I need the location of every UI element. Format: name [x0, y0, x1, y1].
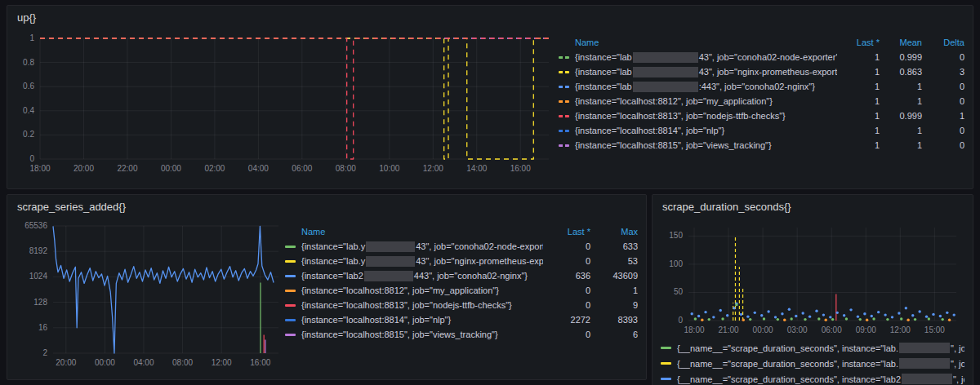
legend-row[interactable]: {instance="localhost:8812", job="my_appl… — [285, 283, 638, 298]
svg-text:8192: 8192 — [29, 246, 48, 255]
panel-scrape-duration-seconds-title[interactable]: scrape_duration_seconds{} — [662, 200, 964, 215]
legend-value: 0 — [543, 285, 590, 295]
panel-up-title[interactable]: up{} — [17, 11, 964, 25]
svg-text:09:00: 09:00 — [856, 325, 876, 334]
svg-text:16:00: 16:00 — [510, 164, 531, 173]
svg-text:100: 100 — [669, 259, 683, 268]
svg-text:128: 128 — [33, 298, 47, 307]
scrape-series-added-chart[interactable]: 655368192102412816220:0000:0004:0008:001… — [16, 216, 285, 371]
legend-value: 2272 — [543, 315, 590, 325]
svg-text:12:00: 12:00 — [890, 325, 911, 334]
panel-scrape-series-added-title[interactable]: scrape_series_added{} — [17, 200, 638, 215]
legend-value: 0 — [543, 256, 590, 266]
legend-column-mean[interactable]: Mean — [880, 38, 922, 47]
legend-value: 0 — [922, 126, 964, 135]
svg-text:02:00: 02:00 — [204, 164, 225, 173]
panel-scrape-series-added: scrape_series_added{} 655368192102412816… — [7, 194, 647, 380]
svg-text:12:00: 12:00 — [212, 358, 232, 367]
svg-text:21:00: 21:00 — [719, 325, 739, 334]
legend-value: 53 — [590, 256, 638, 266]
series-label: {instance="localhost:8813", job="nodejs-… — [285, 300, 543, 310]
svg-text:04:00: 04:00 — [248, 164, 269, 173]
legend-row[interactable]: {__name__="scrape_duration_seconds", ins… — [661, 356, 964, 371]
legend-row[interactable]: {instance="lab:443", job="conoha02-nginx… — [559, 79, 964, 94]
svg-text:03:00: 03:00 — [787, 325, 808, 334]
series-label: {instance="lab.y43", job="conoha02-node-… — [285, 241, 543, 252]
scrape-series-added-legend-table: NameLast *Max{instance="lab.y43", job="c… — [285, 216, 638, 342]
svg-text:16: 16 — [38, 323, 48, 332]
legend-column-name[interactable]: Name — [559, 38, 837, 47]
svg-text:2: 2 — [42, 348, 47, 357]
legend-value: 636 — [543, 271, 590, 281]
svg-text:22:00: 22:00 — [117, 164, 137, 173]
legend-column-last[interactable]: Last * — [543, 227, 590, 237]
series-color-icon — [559, 56, 569, 59]
legend-value: 43609 — [590, 271, 638, 281]
series-label: {instance="lab.y43", job="nginx-promethe… — [285, 256, 543, 267]
legend-row[interactable]: {instance="lab43", job="conoha02-node-ex… — [559, 50, 964, 64]
svg-text:1024: 1024 — [29, 272, 48, 281]
up-legend-table: NameLast *MeanDelta{instance="lab43", jo… — [559, 27, 964, 153]
series-color-icon — [285, 290, 296, 292]
series-label: {instance="lab43", job="nginx-prometheus… — [559, 67, 837, 77]
series-label: {instance="lab43", job="conoha02-node-ex… — [559, 52, 837, 63]
up-timeseries-chart[interactable]: 00.20.40.60.8118:0020:0022:0000:0002:000… — [16, 27, 559, 179]
scrape-duration-seconds-chart[interactable]: 05010015018:0021:0000:0003:0006:0009:001… — [661, 216, 964, 339]
svg-text:18:00: 18:00 — [29, 164, 50, 173]
legend-value: 1 — [837, 96, 880, 106]
series-color-icon — [559, 144, 569, 147]
panel-scrape-duration-seconds: scrape_duration_seconds{} 05010015018:00… — [652, 194, 973, 385]
legend-row[interactable]: {instance="lab43", job="nginx-prometheus… — [559, 64, 964, 79]
legend-row[interactable]: {instance="localhost:8815", job="views_t… — [559, 138, 964, 153]
legend-row[interactable]: {__name__="scrape_duration_seconds", ins… — [661, 340, 964, 356]
svg-text:20:00: 20:00 — [74, 164, 94, 173]
legend-value: 0.999 — [880, 111, 922, 121]
series-color-icon — [285, 246, 296, 248]
legend-row[interactable]: {instance="localhost:8813", job="nodejs-… — [559, 108, 964, 123]
series-label: {instance="localhost:8815", job="views_t… — [285, 330, 543, 339]
svg-text:0: 0 — [678, 316, 683, 325]
series-color-icon — [661, 362, 671, 365]
panel-up: up{} 00.20.40.60.8118:0020:0022:0000:000… — [7, 5, 973, 189]
legend-value: 1 — [837, 126, 880, 135]
legend-row[interactable]: {instance="lab2443", job="conoha02-nginx… — [285, 268, 638, 283]
svg-text:00:00: 00:00 — [161, 164, 181, 173]
legend-value: 6 — [590, 330, 638, 339]
legend-row[interactable]: {__name__="scrape_duration_seconds", ins… — [661, 371, 964, 385]
legend-value: 0 — [922, 82, 964, 91]
series-label: {instance="localhost:8814", job="nlp"} — [285, 315, 543, 325]
svg-text:0.8: 0.8 — [23, 58, 34, 67]
svg-text:14:00: 14:00 — [466, 164, 487, 173]
svg-text:12:00: 12:00 — [423, 164, 443, 173]
legend-value: 1 — [837, 67, 880, 77]
redacted-text — [899, 358, 950, 369]
legend-value: 9 — [590, 300, 638, 310]
legend-row[interactable]: {instance="localhost:8814", job="nlp"}11… — [559, 123, 964, 138]
legend-value: 1 — [837, 140, 880, 150]
legend-column-last[interactable]: Last * — [837, 38, 880, 47]
series-color-icon — [285, 319, 296, 321]
legend-value: 1 — [837, 82, 880, 91]
legend-value: 1 — [590, 285, 638, 295]
legend-value: 1 — [837, 111, 880, 121]
svg-text:0: 0 — [29, 154, 34, 163]
legend-column-name[interactable]: Name — [285, 227, 543, 237]
legend-row[interactable]: {instance="localhost:8814", job="nlp"}22… — [285, 312, 638, 327]
legend-row[interactable]: {instance="lab.y43", job="conoha02-node-… — [285, 239, 638, 254]
svg-text:0.4: 0.4 — [23, 106, 34, 115]
svg-text:0.2: 0.2 — [23, 130, 34, 139]
legend-value: 1 — [880, 126, 922, 135]
legend-row[interactable]: {instance="localhost:8812", job="my_appl… — [559, 94, 964, 108]
legend-value: 0 — [922, 140, 964, 150]
legend-row[interactable]: {instance="localhost:8813", job="nodejs-… — [285, 298, 638, 312]
redacted-text — [902, 374, 952, 384]
series-color-icon — [285, 275, 296, 277]
series-label: {instance="localhost:8813", job="nodejs-… — [559, 111, 837, 121]
legend-row[interactable]: {instance="lab.y43", job="nginx-promethe… — [285, 254, 638, 268]
legend-row[interactable]: {instance="localhost:8815", job="views_t… — [285, 327, 638, 342]
legend-column-delta[interactable]: Delta — [922, 38, 964, 47]
series-color-icon — [285, 304, 296, 307]
legend-value: 0 — [543, 241, 590, 251]
legend-column-max[interactable]: Max — [590, 227, 638, 237]
series-label: {instance="localhost:8814", job="nlp"} — [559, 126, 837, 135]
